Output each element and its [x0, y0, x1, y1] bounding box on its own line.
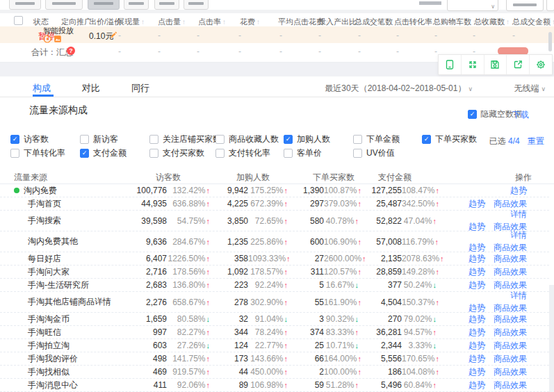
- action-link[interactable]: 趋势: [469, 313, 485, 325]
- scrollbar-thumb[interactable]: [548, 32, 552, 51]
- metric-checkbox-item[interactable]: UV价值: [353, 147, 395, 159]
- share-icon[interactable]: [507, 55, 530, 74]
- campaign-column-header[interactable]: 展现量↑: [117, 17, 145, 27]
- settings-icon[interactable]: [530, 55, 552, 74]
- toolbar-button-3[interactable]: [88, 0, 120, 10]
- checkbox[interactable]: ✓: [10, 135, 19, 144]
- sort-arrow-icon[interactable]: ↑: [141, 18, 145, 26]
- action-link[interactable]: 商品效果: [494, 279, 527, 291]
- metric-checkbox-item[interactable]: 支付转化率: [215, 147, 270, 159]
- campaign-column-header[interactable]: 点击转化率↑: [394, 17, 437, 27]
- action-link[interactable]: 趋势: [469, 340, 485, 352]
- more-data-button[interactable]: [506, 0, 544, 11]
- action-link[interactable]: 商品效果: [494, 302, 527, 314]
- checkbox[interactable]: [215, 149, 225, 158]
- checkbox[interactable]: ✓: [422, 135, 431, 144]
- action-link[interactable]: 趋势: [469, 302, 485, 314]
- checkbox[interactable]: [149, 149, 158, 158]
- action-link[interactable]: 商品效果: [494, 340, 527, 352]
- tab-peers[interactable]: 同行: [131, 82, 149, 95]
- mobile-preview-icon[interactable]: [439, 55, 462, 74]
- fullscreen-icon[interactable]: [462, 55, 484, 74]
- action-link[interactable]: 趋势: [469, 253, 485, 265]
- sort-arrow-icon[interactable]: ↑: [182, 18, 186, 26]
- action-link[interactable]: 趋势: [469, 279, 485, 291]
- campaign-column-header[interactable]: 花费↑: [240, 17, 260, 27]
- action-link[interactable]: 趋势: [510, 185, 527, 197]
- metric-checkbox-item[interactable]: 新访客: [80, 133, 118, 145]
- campaign-column-header[interactable]: 总购物车数↑: [433, 17, 476, 27]
- play-icon[interactable]: [43, 35, 51, 43]
- edit-bid-icon[interactable]: [110, 31, 118, 39]
- tab-compare[interactable]: 对比: [82, 82, 100, 95]
- action-link[interactable]: 趋势: [469, 353, 485, 365]
- action-link[interactable]: 详情: [510, 229, 527, 241]
- image-icon[interactable]: [54, 35, 62, 43]
- action-link[interactable]: 商品效果: [494, 366, 527, 378]
- campaign-column-header[interactable]: 点击量↑: [158, 17, 186, 27]
- action-link[interactable]: 趋势: [469, 366, 485, 378]
- sort-arrow-icon[interactable]: ↑: [222, 18, 226, 26]
- toolbar-button-1[interactable]: [9, 0, 41, 10]
- action-link[interactable]: 商品效果: [494, 266, 527, 278]
- action-link[interactable]: 详情: [510, 290, 527, 302]
- mini-dropdown[interactable]: [546, 0, 554, 11]
- checkbox[interactable]: [10, 149, 19, 158]
- toolbar-button-6[interactable]: [184, 0, 209, 10]
- save-icon[interactable]: [484, 55, 507, 74]
- action-link[interactable]: 商品效果: [494, 253, 527, 265]
- metric-checkbox-item[interactable]: ✓下单买家数: [422, 133, 477, 145]
- scrollbar-track[interactable]: [549, 285, 554, 392]
- metric-checkbox-item[interactable]: ✓访客数: [10, 133, 49, 145]
- metric-checkbox-label: 下单买家数: [435, 133, 477, 145]
- metric-checkbox-item[interactable]: 下单转化率: [10, 147, 65, 159]
- channel-dropdown[interactable]: 无线端∨: [514, 83, 546, 95]
- action-link[interactable]: 商品效果: [494, 313, 527, 325]
- action-link[interactable]: 趋势: [469, 242, 485, 254]
- checkbox[interactable]: [353, 149, 362, 158]
- checkbox[interactable]: ✓: [80, 149, 89, 158]
- action-link[interactable]: 趋势: [469, 327, 485, 338]
- metric-checkbox-item[interactable]: 商品收藏人数: [215, 133, 279, 145]
- action-link[interactable]: 趋势: [469, 266, 485, 278]
- sort-arrow-icon[interactable]: ↑: [506, 18, 510, 26]
- select-all-checkbox[interactable]: [14, 16, 23, 25]
- action-link[interactable]: 商品效果: [494, 327, 527, 338]
- action-link[interactable]: 趋势: [469, 198, 485, 210]
- checkbox[interactable]: [149, 135, 158, 144]
- reset-link[interactable]: 重置: [528, 136, 544, 146]
- toolbar-button-4[interactable]: [124, 0, 149, 10]
- campaign-column-header[interactable]: 总成交金额↑: [512, 17, 554, 27]
- toolbar-button-2[interactable]: [45, 0, 83, 10]
- change-percent: 83.33%: [326, 327, 355, 337]
- sort-arrow-icon[interactable]: ↑: [256, 18, 260, 26]
- campaign-column-header[interactable]: 总成交笔数↑: [355, 17, 398, 27]
- metric-checkbox-item[interactable]: 支付买家数: [149, 147, 204, 159]
- download-link[interactable]: 下载: [512, 109, 529, 121]
- action-link[interactable]: 详情: [510, 209, 527, 220]
- date-range-dropdown[interactable]: 最近30天（2018-04-02~2018-05-01）∨: [325, 83, 473, 95]
- action-link[interactable]: 商品效果: [494, 242, 527, 254]
- action-link[interactable]: 商品效果: [494, 353, 527, 365]
- checkbox[interactable]: [80, 135, 89, 144]
- metric-checkbox-item[interactable]: ✓加购人数: [284, 133, 330, 145]
- tab-composition[interactable]: 构成: [33, 82, 51, 95]
- checkbox[interactable]: [215, 135, 225, 144]
- action-link[interactable]: 商品效果: [494, 198, 527, 210]
- metric-checkbox-item[interactable]: 下单金额: [353, 133, 400, 145]
- toolbar-button-5[interactable]: [154, 0, 179, 10]
- campaign-column-header[interactable]: 点击率↑: [198, 17, 226, 27]
- metric-checkbox-item[interactable]: 关注店铺买家数: [149, 133, 221, 145]
- metric-checkbox-item[interactable]: ✓支付金额: [80, 147, 127, 159]
- checkbox[interactable]: [353, 135, 362, 144]
- checkbox[interactable]: [284, 149, 293, 158]
- checkbox[interactable]: ✓: [284, 135, 293, 144]
- hide-empty-checkbox[interactable]: ✓: [468, 110, 477, 119]
- action-link[interactable]: 趋势: [469, 379, 485, 391]
- help-icon[interactable]: ?: [67, 47, 75, 55]
- campaign-column-header[interactable]: 总收藏数↑: [474, 17, 510, 27]
- campaign-name[interactable]: 智能投放: [43, 27, 74, 35]
- metric-checkbox-item[interactable]: 客单价: [284, 147, 322, 159]
- filter-dropdown[interactable]: ∨: [447, 0, 498, 11]
- action-link[interactable]: 商品效果: [494, 379, 527, 391]
